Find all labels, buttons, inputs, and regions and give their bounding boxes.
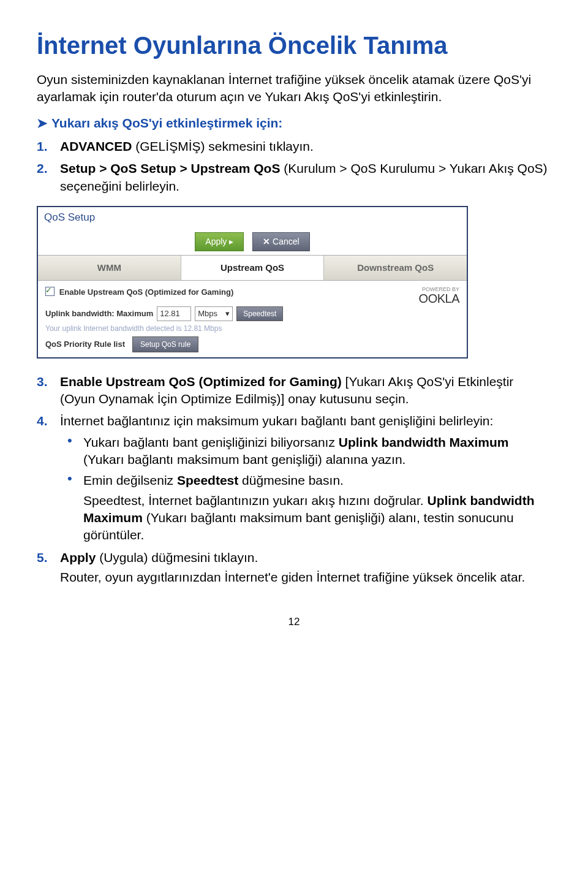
step-3-bold: Enable Upstream QoS (Optimized for Gamin… [60, 374, 342, 389]
step-4-lead: İnternet bağlantınız için maksimum yukar… [60, 414, 493, 428]
step-3: 3. Enable Upstream QoS (Optimized for Ga… [37, 373, 551, 408]
priority-label: QoS Priority Rule list [45, 339, 125, 350]
close-icon: ✕ [263, 237, 270, 246]
uplink-unit-text: Mbps [198, 308, 217, 319]
step-5: 5. Apply (Uygula) düğmesini tıklayın. Ro… [37, 549, 551, 586]
step-number: 3. [37, 373, 48, 390]
step-number: 5. [37, 549, 48, 566]
chevron-right-icon: ➤ [37, 115, 48, 132]
cancel-button[interactable]: ✕Cancel [252, 232, 310, 251]
setup-qos-rule-button[interactable]: Setup QoS rule [132, 336, 198, 352]
bullet-text: Emin değilseniz [83, 473, 177, 487]
step-2: 2. Setup > QoS Setup > Upstream QoS (Kur… [37, 160, 551, 195]
tab-upstream[interactable]: Upstream QoS [181, 256, 325, 280]
tab-wmm[interactable]: WMM [38, 256, 181, 280]
step-2-bold: Setup > QoS Setup > Upstream QoS [60, 161, 280, 175]
enable-label: Enable Upstream QoS (Optimized for Gamin… [59, 287, 234, 297]
step-1-text: (GELİŞMİŞ) sekmesini tıklayın. [132, 139, 313, 153]
desc-text: Speedtest, İnternet bağlantınızın yukarı… [83, 493, 428, 507]
desc-tail: (Yukarı bağlantı maksimum bant genişliği… [83, 510, 514, 542]
step-4: 4. İnternet bağlantınız için maksimum yu… [37, 412, 551, 544]
step-number: 1. [37, 138, 48, 155]
step-5-text: (Uygula) düğmesini tıklayın. [96, 550, 258, 564]
tab-downstream[interactable]: Downstream QoS [324, 256, 467, 280]
detected-bandwidth-text: Your uplink Internet bandwidth detected … [45, 324, 459, 333]
step-5-result: Router, oyun aygıtlarınızdan İnternet'e … [60, 569, 551, 586]
ookla-logo: OOKLA [419, 292, 459, 305]
cancel-label: Cancel [273, 237, 300, 246]
intro-paragraph: Oyun sisteminizden kaynaklanan İnternet … [37, 71, 551, 106]
step-4-bullet-2: Emin değilseniz Speedtest düğmesine bası… [81, 472, 551, 544]
uplink-value-input[interactable]: 12.81 [157, 306, 191, 321]
speedtest-button[interactable]: Speedtest [236, 306, 283, 321]
bullet-bold: Speedtest [177, 473, 238, 487]
step-number: 2. [37, 160, 48, 177]
uplink-unit-select[interactable]: Mbps ▾ [195, 306, 233, 321]
bullet-tail: düğmesine basın. [238, 473, 344, 487]
chevron-down-icon: ▾ [225, 308, 230, 319]
step-5-bold: Apply [60, 550, 96, 564]
step-4-bullet-1: Yukarı bağlantı bant genişliğinizi biliy… [81, 434, 551, 469]
qos-screenshot: QoS Setup Apply ▸ ✕Cancel WMM Upstream Q… [37, 206, 551, 359]
procedure-heading: ➤Yukarı akış QoS'yi etkinleştirmek için: [37, 115, 551, 132]
step-1: 1. ADVANCED (GELİŞMİŞ) sekmesini tıklayı… [37, 138, 551, 155]
step-1-bold: ADVANCED [60, 139, 132, 153]
powered-by: POWERED BY OOKLA [419, 287, 459, 305]
screenshot-title: QoS Setup [38, 207, 467, 227]
step-number: 4. [37, 412, 48, 430]
speedtest-description: Speedtest, İnternet bağlantınızın yukarı… [83, 492, 551, 544]
bullet-text: Yukarı bağlantı bant genişliğinizi biliy… [83, 435, 339, 449]
procedure-heading-text: Yukarı akış QoS'yi etkinleştirmek için: [51, 116, 282, 130]
bullet-bold: Uplink bandwidth Maximum [339, 435, 509, 449]
bullet-tail: (Yukarı bağlantı maksimum bant genişliği… [83, 452, 405, 466]
enable-checkbox[interactable] [45, 287, 55, 296]
apply-button[interactable]: Apply ▸ [195, 232, 244, 251]
uplink-label: Uplink bandwidth: Maximum [45, 308, 153, 319]
page-number: 12 [37, 615, 551, 629]
page-title: İnternet Oyunlarına Öncelik Tanıma [37, 31, 551, 60]
